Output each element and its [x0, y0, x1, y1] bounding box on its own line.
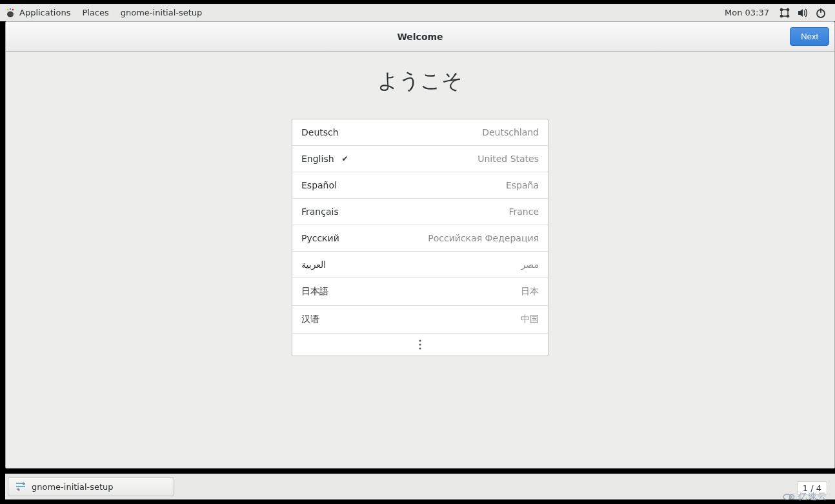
- language-row[interactable]: English✔United States: [292, 146, 548, 172]
- next-button[interactable]: Next: [790, 27, 829, 46]
- task-gnome-initial-setup[interactable]: gnome-initial-setup: [8, 477, 174, 496]
- svg-point-10: [419, 343, 421, 345]
- language-name: 汉语: [301, 314, 319, 325]
- language-row[interactable]: EspañolEspaña: [292, 172, 548, 199]
- more-languages-button[interactable]: [292, 334, 548, 356]
- svg-point-1: [10, 8, 11, 9]
- top-panel: Applications Places gnome-initial-setup …: [0, 4, 835, 21]
- applications-menu[interactable]: Applications: [19, 8, 70, 17]
- network-icon[interactable]: [779, 7, 790, 19]
- clock[interactable]: Mon 03:37: [725, 8, 769, 17]
- language-country: United States: [478, 154, 539, 164]
- initial-setup-window: Welcome Next ようこそ DeutschDeutschlandEngl…: [5, 21, 835, 469]
- language-name: Русский: [301, 233, 339, 243]
- language-country: 日本: [521, 286, 539, 297]
- language-row[interactable]: 汉语中国: [292, 306, 548, 334]
- language-country: Российская Федерация: [428, 233, 539, 243]
- svg-rect-12: [16, 486, 25, 487]
- more-icon: [419, 339, 421, 350]
- active-app-name[interactable]: gnome-initial-setup: [121, 8, 203, 17]
- language-name: English: [301, 154, 334, 164]
- language-row[interactable]: FrançaisFrance: [292, 199, 548, 225]
- language-name: Français: [301, 207, 339, 217]
- svg-point-0: [7, 8, 8, 10]
- svg-point-2: [12, 8, 14, 10]
- svg-point-16: [791, 496, 792, 498]
- content-area: ようこそ DeutschDeutschlandEnglish✔United St…: [6, 52, 834, 468]
- svg-point-9: [419, 339, 421, 341]
- language-country: France: [508, 207, 539, 217]
- language-name: Español: [301, 180, 337, 190]
- language-name: العربية: [301, 259, 326, 270]
- language-row[interactable]: РусскийРоссийская Федерация: [292, 225, 548, 252]
- power-icon[interactable]: [815, 7, 827, 19]
- activities-icon: [5, 8, 15, 18]
- language-row[interactable]: 日本語日本: [292, 278, 548, 306]
- header-bar: Welcome Next: [6, 22, 834, 52]
- language-country: مصر: [521, 259, 539, 270]
- language-country: Deutschland: [482, 127, 539, 137]
- language-country: España: [506, 180, 539, 190]
- language-row[interactable]: العربيةمصر: [292, 252, 548, 278]
- language-list: DeutschDeutschlandEnglish✔United StatesE…: [292, 119, 548, 356]
- task-label: gnome-initial-setup: [32, 482, 114, 492]
- svg-point-11: [419, 347, 421, 349]
- page-title: Welcome: [6, 32, 834, 42]
- check-icon: ✔: [342, 154, 348, 163]
- welcome-heading: ようこそ: [6, 67, 834, 96]
- svg-point-3: [7, 11, 14, 17]
- language-country: 中国: [521, 314, 539, 325]
- volume-icon[interactable]: [797, 7, 809, 19]
- language-name: 日本語: [301, 286, 328, 297]
- preferences-icon: [15, 481, 26, 492]
- taskbar: gnome-initial-setup: [5, 474, 835, 499]
- language-name: Deutsch: [301, 127, 339, 137]
- places-menu[interactable]: Places: [82, 8, 108, 17]
- language-row[interactable]: DeutschDeutschland: [292, 119, 548, 146]
- watermark: 亿速云: [783, 491, 827, 503]
